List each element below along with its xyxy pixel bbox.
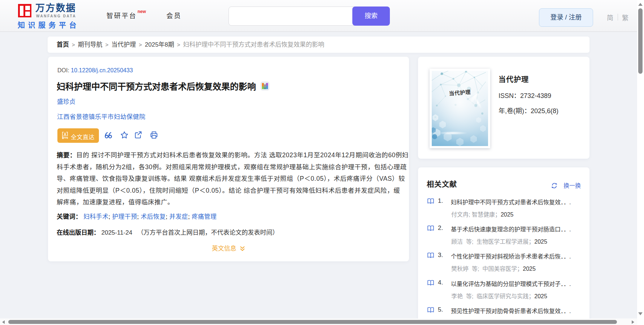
svg-text:free: free (63, 136, 68, 139)
